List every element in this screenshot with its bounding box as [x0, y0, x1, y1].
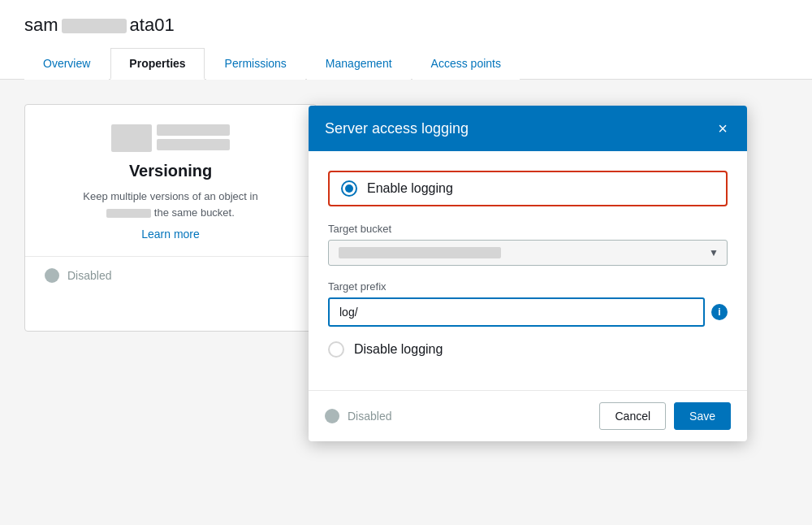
disable-logging-label: Disable logging [354, 342, 443, 357]
modal-footer: Disabled Cancel Save [309, 390, 747, 441]
page-header: samata01 Overview Properties Permissions… [0, 0, 812, 80]
redacted-title [62, 19, 127, 33]
tab-permissions[interactable]: Permissions [206, 48, 305, 80]
disable-logging-radio[interactable] [328, 341, 344, 358]
enable-logging-radio[interactable] [341, 180, 357, 197]
illus-bar-2 [157, 124, 230, 136]
versioning-status-circle [45, 268, 59, 283]
target-bucket-group: Target bucket ▼ [328, 223, 728, 266]
modal-body: Enable logging Target bucket ▼ Target pr… [309, 151, 747, 390]
save-button[interactable]: Save [674, 402, 731, 430]
server-access-logging-modal: Server access logging × Enable logging T… [309, 106, 747, 441]
select-arrow-icon: ▼ [709, 247, 719, 258]
versioning-description: Keep multiple versions of an object in t… [45, 189, 296, 220]
target-prefix-input-wrapper: i [328, 297, 728, 327]
tab-management[interactable]: Management [307, 48, 411, 80]
footer-status-circle [325, 409, 339, 423]
versioning-title: Versioning [45, 162, 296, 180]
tab-access-points[interactable]: Access points [412, 48, 520, 80]
target-prefix-group: Target prefix i [328, 280, 728, 327]
target-bucket-redacted [339, 247, 501, 258]
illus-bar-1 [111, 124, 152, 152]
versioning-status-label: Disabled [67, 269, 111, 282]
redacted-desc [106, 209, 151, 218]
info-icon[interactable]: i [711, 304, 728, 320]
tab-properties[interactable]: Properties [110, 48, 204, 80]
footer-status-label: Disabled [348, 410, 391, 423]
enable-logging-label: Enable logging [367, 181, 453, 196]
main-content: Versioning Keep multiple versions of an … [0, 80, 812, 356]
tab-bar: Overview Properties Permissions Manageme… [24, 47, 788, 79]
learn-more-link[interactable]: Learn more [141, 228, 200, 241]
modal-close-button[interactable]: × [715, 119, 731, 138]
versioning-illustration [45, 124, 296, 152]
footer-status: Disabled [325, 409, 391, 423]
illus-bar-3 [157, 139, 230, 150]
page-title: samata01 [24, 15, 788, 36]
target-bucket-label: Target bucket [328, 223, 728, 235]
target-prefix-label: Target prefix [328, 280, 728, 293]
modal-header: Server access logging × [309, 106, 747, 151]
cancel-button[interactable]: Cancel [599, 402, 666, 430]
footer-buttons: Cancel Save [599, 402, 731, 430]
modal-title: Server access logging [325, 120, 469, 137]
tab-overview[interactable]: Overview [24, 48, 109, 80]
versioning-card: Versioning Keep multiple versions of an … [24, 104, 317, 332]
target-prefix-input[interactable] [328, 297, 705, 327]
enable-logging-option[interactable]: Enable logging [328, 171, 728, 206]
disable-logging-option[interactable]: Disable logging [328, 341, 728, 358]
target-bucket-select-wrapper[interactable]: ▼ [328, 240, 728, 266]
card-footer: Disabled [25, 257, 316, 294]
